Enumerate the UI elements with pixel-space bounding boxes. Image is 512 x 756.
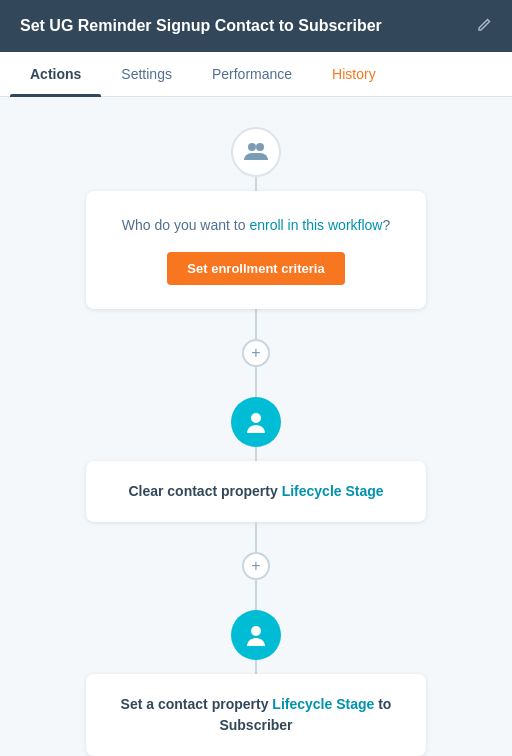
connector-line-7 xyxy=(255,660,257,674)
tab-history[interactable]: History xyxy=(312,52,396,96)
people-icon xyxy=(242,138,270,166)
tab-settings[interactable]: Settings xyxy=(101,52,192,96)
tab-performance[interactable]: Performance xyxy=(192,52,312,96)
connector-line-6 xyxy=(255,580,257,610)
tab-actions[interactable]: Actions xyxy=(10,52,101,96)
action1-text: Clear contact property Lifecycle Stage xyxy=(110,481,402,502)
person-icon-2 xyxy=(243,622,269,648)
action2-card: Set a contact property Lifecycle Stage t… xyxy=(86,674,426,756)
svg-point-0 xyxy=(248,143,256,151)
set-enrollment-button[interactable]: Set enrollment criteria xyxy=(167,252,344,285)
enrollment-question: Who do you want to enroll in this workfl… xyxy=(116,215,396,236)
action2-icon-circle xyxy=(231,610,281,660)
person-icon-1 xyxy=(243,409,269,435)
connector-line-2 xyxy=(255,309,257,339)
connector-line-3 xyxy=(255,367,257,397)
workflow-canvas: Who do you want to enroll in this workfl… xyxy=(0,97,512,756)
enrollment-card: Who do you want to enroll in this workfl… xyxy=(86,191,426,309)
action2-text: Set a contact property Lifecycle Stage t… xyxy=(110,694,402,736)
svg-point-3 xyxy=(251,626,261,636)
svg-point-2 xyxy=(251,413,261,423)
svg-point-1 xyxy=(256,143,264,151)
page-title: Set UG Reminder Signup Contact to Subscr… xyxy=(20,17,466,35)
action1-icon-circle xyxy=(231,397,281,447)
add-step-button-1[interactable]: + xyxy=(242,339,270,367)
connector-line-4 xyxy=(255,447,257,461)
action1-card: Clear contact property Lifecycle Stage xyxy=(86,461,426,522)
connector-line-5 xyxy=(255,522,257,552)
add-step-button-2[interactable]: + xyxy=(242,552,270,580)
connector-line-1 xyxy=(255,177,257,191)
header: Set UG Reminder Signup Contact to Subscr… xyxy=(0,0,512,52)
tabs-bar: Actions Settings Performance History xyxy=(0,52,512,97)
enrollment-icon-circle xyxy=(231,127,281,177)
edit-icon[interactable] xyxy=(476,17,492,36)
